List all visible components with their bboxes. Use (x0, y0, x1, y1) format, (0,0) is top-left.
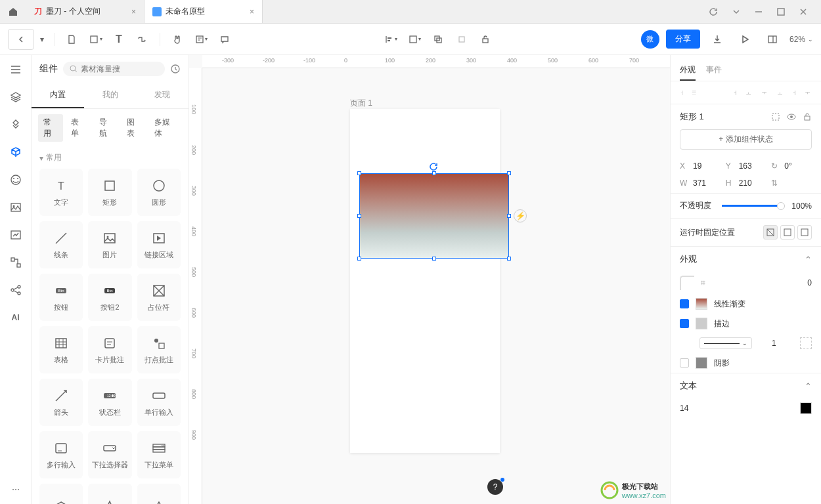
h-value[interactable]: 210 (739, 178, 752, 188)
component-item[interactable] (88, 484, 131, 504)
add-state-button[interactable]: + 添加组件状态 (680, 129, 812, 150)
group-icon[interactable] (451, 29, 472, 50)
components-icon[interactable] (8, 144, 24, 160)
share-button[interactable]: 分享 (666, 30, 700, 49)
tab-prototype[interactable]: 未命名原型 × (144, 0, 263, 23)
lock-icon[interactable] (803, 112, 812, 121)
tab-modao[interactable]: 刀 墨刀 - 个人空间 × (26, 0, 144, 23)
stroke-position-icon[interactable] (800, 337, 812, 349)
share-rail-icon[interactable] (8, 282, 24, 298)
component-item[interactable]: 单行输入 (137, 379, 181, 426)
download-icon[interactable] (707, 29, 728, 50)
component-item[interactable]: 下拉选择器 (88, 431, 131, 478)
component-item[interactable]: Btn按钮 (39, 274, 83, 321)
artboard[interactable] (350, 109, 500, 453)
flow-icon[interactable] (8, 255, 24, 270)
cat-nav[interactable]: 导航 (94, 114, 119, 142)
cat-chart[interactable]: 图表 (122, 114, 146, 142)
tab-mine[interactable]: 我的 (84, 83, 137, 108)
fixed-bottom[interactable] (797, 225, 812, 240)
component-item[interactable]: 占位符 (137, 274, 181, 321)
eye-icon[interactable] (787, 112, 796, 121)
component-item[interactable]: 线条 (39, 221, 83, 268)
resize-handle[interactable] (357, 257, 361, 261)
home-tab[interactable] (0, 0, 26, 23)
align-right-icon[interactable]: ⫟ (761, 88, 768, 97)
link-icon[interactable]: ⇅ (771, 178, 778, 188)
component-item[interactable]: T文字 (39, 169, 83, 216)
diamond-icon[interactable] (8, 117, 24, 133)
component-item[interactable]: Btn按钮2 (88, 274, 131, 321)
align-h2-icon[interactable]: ≡ (692, 88, 696, 97)
frame-tool[interactable]: ▾ (404, 29, 425, 50)
chart-icon[interactable] (8, 227, 24, 243)
resize-handle[interactable] (507, 171, 511, 175)
component-item[interactable]: 圆形 (137, 169, 181, 216)
cat-common[interactable]: 常用 (38, 114, 63, 142)
radius-value[interactable]: 0 (807, 278, 812, 287)
tab-events[interactable]: 事件 (706, 60, 722, 81)
cat-media[interactable]: 多媒体 (149, 114, 182, 142)
tab-appearance[interactable]: 外观 (680, 60, 696, 81)
align-bottom-icon[interactable]: ⫟ (804, 88, 812, 97)
play-icon[interactable] (734, 29, 755, 50)
x-value[interactable]: 19 (693, 161, 701, 171)
rotation-value[interactable]: 0° (784, 161, 791, 171)
resize-handle[interactable] (357, 214, 361, 218)
align-middle-icon[interactable]: ⫞ (792, 88, 796, 97)
fill-checkbox[interactable] (680, 299, 689, 308)
stroke-swatch[interactable] (696, 318, 707, 329)
connector-tool[interactable] (132, 29, 153, 50)
component-item[interactable]: 卡片批注 (88, 326, 131, 373)
rotate-handle[interactable] (429, 162, 438, 171)
align-top-icon[interactable]: ⫠ (776, 88, 784, 97)
more-icon[interactable]: ⋯ (8, 482, 24, 497)
list-icon[interactable] (8, 62, 24, 77)
shape-tool[interactable]: ▾ (85, 29, 106, 50)
back-button[interactable] (8, 29, 34, 50)
opacity-slider[interactable] (722, 205, 781, 207)
y-value[interactable]: 163 (739, 161, 752, 171)
bounds-icon[interactable] (771, 112, 780, 121)
selected-rectangle[interactable]: ⚡ (359, 173, 509, 259)
page-label[interactable]: 页面 1 (350, 98, 372, 109)
component-item[interactable]: 多行输入 (39, 431, 83, 478)
tab-builtin[interactable]: 内置 (32, 83, 84, 108)
file-icon[interactable] (61, 29, 82, 50)
component-item[interactable]: 表格 (39, 326, 83, 373)
minimize-icon[interactable] (754, 7, 763, 16)
combine-icon[interactable] (428, 29, 449, 50)
layers-icon[interactable] (8, 89, 24, 105)
resize-handle[interactable] (432, 257, 436, 261)
component-item[interactable] (137, 484, 181, 504)
chevron-up-icon[interactable]: ⌃ (805, 255, 812, 264)
component-item[interactable]: 箭头 (39, 379, 83, 426)
opacity-value[interactable]: 100% (791, 201, 812, 211)
unlock-icon[interactable] (475, 29, 496, 50)
stroke-style-select[interactable]: ⌄ (699, 337, 752, 349)
font-size-value[interactable]: 14 (680, 404, 688, 413)
resize-handle[interactable] (357, 171, 361, 175)
close-window-icon[interactable] (799, 7, 808, 16)
note-tool[interactable]: ▾ (190, 29, 211, 50)
align-h1-icon[interactable]: ⫞ (680, 88, 684, 97)
section-header[interactable]: ▾ 常用 (32, 147, 189, 169)
w-value[interactable]: 371 (693, 178, 706, 188)
component-item[interactable] (39, 484, 83, 504)
component-item[interactable]: 链接区域 (137, 221, 181, 268)
component-item[interactable]: 下拉菜单 (137, 431, 181, 478)
resize-handle[interactable] (507, 257, 511, 261)
component-item[interactable]: 打点批注 (137, 326, 181, 373)
shadow-swatch[interactable] (696, 357, 707, 369)
radius-corners-icon[interactable]: ⌗ (701, 278, 705, 287)
stroke-checkbox[interactable] (680, 319, 689, 328)
radius-icon[interactable] (680, 276, 694, 290)
cat-form[interactable]: 表单 (66, 114, 91, 142)
image-icon[interactable] (8, 200, 24, 215)
align-left-icon[interactable]: ▾ (380, 29, 401, 50)
interaction-icon[interactable]: ⚡ (514, 209, 527, 222)
zoom-control[interactable]: 62% ⌄ (789, 35, 813, 44)
fixed-none[interactable] (763, 225, 778, 240)
hand-tool[interactable] (167, 29, 188, 50)
fill-swatch[interactable] (696, 298, 707, 310)
